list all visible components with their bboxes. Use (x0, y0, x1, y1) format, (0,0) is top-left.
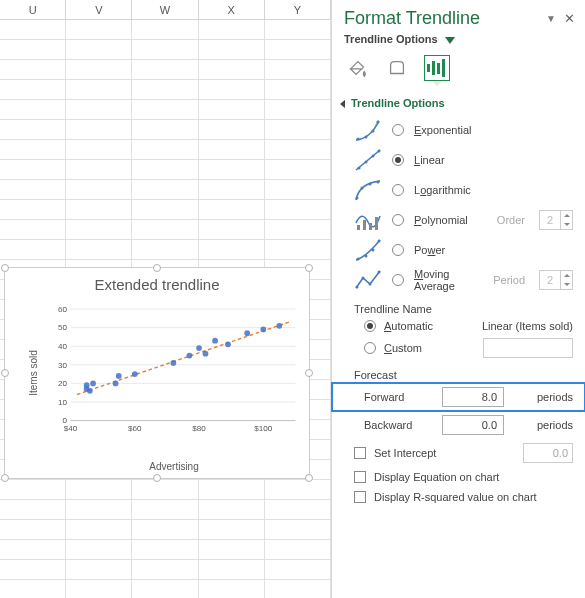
svg-point-54 (372, 249, 375, 252)
order-spinner[interactable]: 2 (539, 210, 573, 230)
checkbox[interactable] (354, 491, 366, 503)
svg-point-44 (356, 197, 359, 200)
svg-point-59 (378, 271, 381, 274)
svg-text:$80: $80 (192, 424, 206, 433)
svg-point-30 (203, 351, 209, 357)
resize-handle[interactable] (1, 264, 9, 272)
radio[interactable] (392, 124, 404, 136)
chart-object[interactable]: Extended trendline Items sold 0102030405… (4, 267, 310, 479)
automatic-name-option[interactable]: Automatic Linear (Items sold) (332, 317, 585, 335)
pane-title: Format Trendline (344, 8, 546, 29)
radio[interactable] (392, 244, 404, 256)
forward-forecast-row: Forward 8.0 periods (332, 383, 585, 411)
logarithmic-icon (354, 178, 382, 202)
intercept-input[interactable]: 0.0 (523, 443, 573, 463)
x-axis-label[interactable]: Advertising (49, 459, 299, 472)
resize-handle[interactable] (1, 369, 9, 377)
polynomial-icon (354, 208, 382, 232)
col-X[interactable]: X (199, 0, 265, 19)
label: Logarithmic (414, 184, 471, 196)
svg-point-28 (187, 353, 193, 359)
label: Linear (414, 154, 445, 166)
radio[interactable] (392, 154, 404, 166)
resize-handle[interactable] (305, 369, 313, 377)
svg-point-55 (378, 240, 381, 243)
svg-text:10: 10 (58, 398, 67, 407)
radio[interactable] (392, 274, 404, 286)
radio[interactable] (364, 320, 376, 332)
resize-handle[interactable] (1, 474, 9, 482)
plot-area[interactable]: 0102030405060$40$60$80$100 (49, 302, 299, 442)
svg-point-33 (244, 330, 250, 336)
backward-input[interactable]: 0.0 (442, 415, 504, 435)
custom-name-option[interactable]: Custom (332, 335, 585, 361)
checkbox[interactable] (354, 447, 366, 459)
forward-label: Forward (364, 391, 434, 403)
auto-name-value: Linear (Items sold) (482, 320, 573, 332)
effects-tab-icon[interactable] (384, 55, 410, 81)
collapse-icon (340, 100, 345, 108)
display-r-squared-row[interactable]: Display R-squared value on chart (332, 487, 585, 507)
dropdown-icon (445, 37, 455, 44)
svg-rect-50 (369, 223, 372, 230)
close-icon[interactable]: ✕ (564, 11, 575, 26)
logarithmic-option[interactable]: Logarithmic (332, 175, 585, 205)
label: Set Intercept (374, 447, 436, 459)
col-U[interactable]: U (0, 0, 66, 19)
trendline-name-header: Trendline Name (332, 295, 585, 317)
svg-rect-48 (357, 225, 360, 230)
svg-point-53 (365, 255, 368, 258)
resize-handle[interactable] (153, 264, 161, 272)
svg-point-34 (260, 327, 266, 333)
radio[interactable] (364, 342, 376, 354)
svg-point-41 (365, 161, 368, 164)
svg-point-38 (372, 130, 375, 133)
fill-line-tab-icon[interactable] (344, 55, 370, 81)
custom-name-input[interactable] (483, 338, 573, 358)
svg-text:50: 50 (58, 323, 67, 332)
set-intercept-row[interactable]: Set Intercept 0.0 (332, 439, 585, 467)
y-axis-label[interactable]: Items sold (28, 350, 39, 396)
moving-average-option[interactable]: MovingAverage Period 2 (332, 265, 585, 295)
checkbox[interactable] (354, 471, 366, 483)
resize-handle[interactable] (153, 474, 161, 482)
chart-title[interactable]: Extended trendline (5, 268, 309, 297)
linear-icon (354, 148, 382, 172)
column-headers: U V W X Y (0, 0, 331, 20)
resize-handle[interactable] (305, 264, 313, 272)
display-equation-row[interactable]: Display Equation on chart (332, 467, 585, 487)
period-spinner[interactable]: 2 (539, 270, 573, 290)
trendline-options-header[interactable]: Trendline Options (332, 91, 585, 115)
pane-subtitle[interactable]: Trendline Options (332, 31, 585, 51)
svg-point-43 (378, 150, 381, 153)
svg-point-47 (377, 181, 380, 184)
svg-point-32 (225, 341, 231, 347)
radio[interactable] (392, 214, 404, 226)
svg-point-22 (87, 388, 93, 394)
col-W[interactable]: W (132, 0, 198, 19)
col-Y[interactable]: Y (265, 0, 331, 19)
periods-label: periods (537, 391, 573, 403)
forward-input[interactable]: 8.0 (442, 387, 504, 407)
col-V[interactable]: V (66, 0, 132, 19)
svg-point-40 (358, 167, 361, 170)
svg-text:40: 40 (58, 342, 67, 351)
svg-point-42 (372, 155, 375, 158)
polynomial-option[interactable]: Polynomial Order 2 (332, 205, 585, 235)
trendline-options-tab-icon[interactable] (424, 55, 450, 81)
svg-point-35 (276, 323, 282, 329)
exponential-icon (354, 118, 382, 142)
svg-point-37 (365, 136, 368, 139)
resize-handle[interactable] (305, 474, 313, 482)
radio[interactable] (392, 184, 404, 196)
svg-point-21 (84, 382, 90, 388)
forecast-header: Forecast (332, 361, 585, 383)
linear-option[interactable]: Linear (332, 145, 585, 175)
svg-point-24 (113, 381, 119, 387)
svg-point-58 (369, 283, 372, 286)
power-option[interactable]: Power (332, 235, 585, 265)
pane-options-dropdown-icon[interactable]: ▼ (546, 13, 556, 24)
periods-label: periods (537, 419, 573, 431)
exponential-option[interactable]: Exponential (332, 115, 585, 145)
svg-point-46 (369, 183, 372, 186)
